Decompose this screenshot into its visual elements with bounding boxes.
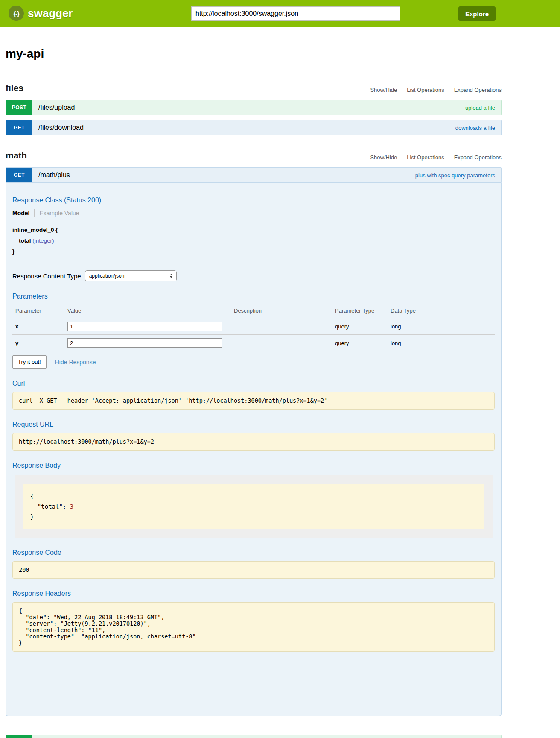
model-close-brace: } xyxy=(12,248,15,255)
curl-heading: Curl xyxy=(12,380,495,387)
section-title-files[interactable]: files xyxy=(6,83,23,93)
model-signature: inline_model_0 { total (integer) } xyxy=(12,225,495,257)
operation-path[interactable]: /math/plus xyxy=(38,171,70,179)
param-x-input[interactable] xyxy=(67,322,222,331)
request-url-block: http://localhost:3000/math/plus?x=1&y=2 xyxy=(12,433,495,451)
json-open-brace: { xyxy=(30,491,477,501)
select-arrows-icon xyxy=(170,274,172,278)
parameters-table: Parameter Value Description Parameter Ty… xyxy=(12,305,495,351)
response-body-container: { "total": 3} xyxy=(15,475,493,538)
model-property-name: total xyxy=(19,237,31,244)
method-badge-post[interactable]: POST xyxy=(6,735,32,738)
list-operations-link[interactable]: List Operations xyxy=(402,154,449,161)
operation-summary-link[interactable]: downloads a file xyxy=(455,125,495,131)
page-title: my-api xyxy=(6,47,502,61)
parameters-heading: Parameters xyxy=(12,293,495,300)
operation-summary-link[interactable]: upload a file xyxy=(465,105,495,111)
json-number-value: 3 xyxy=(70,503,73,510)
spec-url-input[interactable] xyxy=(191,6,400,21)
response-content-type-label: Response Content Type xyxy=(12,272,81,280)
param-data-type: long xyxy=(389,335,495,351)
model-name: inline_model_0 { xyxy=(12,227,58,233)
param-y-input[interactable] xyxy=(67,338,222,348)
operation-detail-panel: Response Class (Status 200) Model Exampl… xyxy=(6,183,502,716)
swagger-logo-icon: {-} xyxy=(9,6,24,21)
col-header-parameter: Parameter xyxy=(12,305,66,318)
json-close-brace: } xyxy=(30,512,477,522)
method-badge-post[interactable]: POST xyxy=(6,100,32,115)
operation-path[interactable]: /files/upload xyxy=(38,104,75,111)
main-content: my-api files Show/Hide List Operations E… xyxy=(6,47,502,738)
operation-get-math-plus: GET /math/plus plus with spec query para… xyxy=(6,167,502,716)
section-head-files: files Show/Hide List Operations Expand O… xyxy=(6,83,502,93)
col-header-description: Description xyxy=(232,305,333,318)
param-type: query xyxy=(333,318,389,335)
response-headers-block: { "date": "Wed, 22 Aug 2018 18:49:13 GMT… xyxy=(12,602,495,652)
section-title-math[interactable]: math xyxy=(6,150,27,161)
section-math: math Show/Hide List Operations Expand Op… xyxy=(6,150,502,738)
hide-response-link[interactable]: Hide Response xyxy=(55,359,96,366)
table-row-x: x query long xyxy=(12,318,495,335)
operation-row-post-files-upload[interactable]: POST /files/upload upload a file xyxy=(6,100,502,115)
section-files: files Show/Hide List Operations Expand O… xyxy=(6,83,502,135)
response-content-type-select[interactable]: application/json xyxy=(85,270,177,281)
col-header-value: Value xyxy=(66,305,232,318)
response-headers-heading: Response Headers xyxy=(12,590,495,597)
model-property-type: (integer) xyxy=(32,237,54,244)
curl-command-block: curl -X GET --header 'Accept: applicatio… xyxy=(12,392,495,410)
operation-path[interactable]: /files/download xyxy=(38,124,84,132)
try-it-out-button[interactable]: Try it out! xyxy=(12,355,47,369)
tab-separator xyxy=(34,209,35,217)
selected-content-type: application/json xyxy=(89,273,125,279)
response-code-heading: Response Code xyxy=(12,549,495,556)
param-data-type: long xyxy=(389,318,495,335)
app-name: swagger xyxy=(28,7,73,20)
method-badge-get[interactable]: GET xyxy=(6,168,32,182)
section-head-math: math Show/Hide List Operations Expand Op… xyxy=(6,150,502,161)
operation-row-get-math-plus[interactable]: GET /math/plus plus with spec query para… xyxy=(6,167,502,183)
list-operations-link[interactable]: List Operations xyxy=(402,87,449,93)
table-row-y: y query long xyxy=(12,335,495,351)
json-key: "total": xyxy=(30,503,70,510)
logo-glyph: {-} xyxy=(13,10,19,17)
col-header-data-type: Data Type xyxy=(389,305,495,318)
model-tabs: Model Example Value xyxy=(12,209,495,217)
section-controls-files: Show/Hide List Operations Expand Operati… xyxy=(370,87,502,93)
request-url-heading: Request URL xyxy=(12,421,495,428)
show-hide-link[interactable]: Show/Hide xyxy=(370,87,402,93)
top-header: {-} swagger Explore xyxy=(0,0,560,27)
response-code-block: 200 xyxy=(12,561,495,579)
expand-operations-link[interactable]: Expand Operations xyxy=(449,87,502,93)
explore-button[interactable]: Explore xyxy=(458,6,496,21)
param-description xyxy=(232,318,333,335)
expand-operations-link[interactable]: Expand Operations xyxy=(449,154,502,161)
response-body-block: { "total": 3} xyxy=(23,484,484,529)
param-description xyxy=(232,335,333,351)
response-class-heading: Response Class (Status 200) xyxy=(12,196,495,204)
response-content-type-row: Response Content Type application/json xyxy=(12,270,495,281)
param-name: y xyxy=(12,335,66,351)
operation-row-get-files-download[interactable]: GET /files/download downloads a file xyxy=(6,120,502,135)
param-name: x xyxy=(12,318,66,335)
section-controls-math: Show/Hide List Operations Expand Operati… xyxy=(370,154,502,161)
param-type: query xyxy=(333,335,389,351)
show-hide-link[interactable]: Show/Hide xyxy=(370,154,402,161)
section-divider xyxy=(6,141,502,141)
swagger-logo[interactable]: {-} swagger xyxy=(9,6,73,21)
operation-summary-link[interactable]: plus with spec query parameters xyxy=(415,172,495,179)
operation-row-post-math-plus[interactable]: POST /math/plus plus with spec body para… xyxy=(6,735,502,738)
col-header-parameter-type: Parameter Type xyxy=(333,305,389,318)
response-body-heading: Response Body xyxy=(12,462,495,469)
tab-example-value[interactable]: Example Value xyxy=(39,210,79,217)
try-row: Try it out! Hide Response xyxy=(12,355,495,369)
method-badge-get[interactable]: GET xyxy=(6,120,32,135)
tab-model[interactable]: Model xyxy=(12,210,29,217)
